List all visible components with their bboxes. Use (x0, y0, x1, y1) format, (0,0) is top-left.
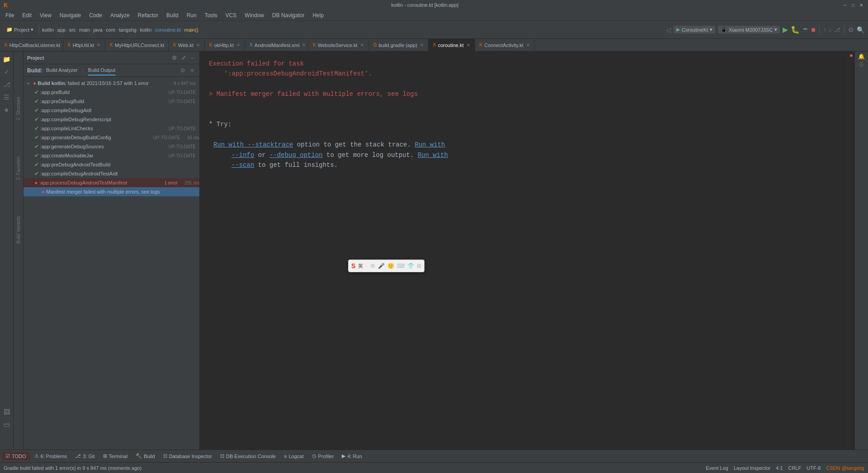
run-configuration[interactable]: ▶ CoroutineKt ▾ (674, 26, 715, 33)
breadcrumb-kotlinpkg[interactable]: kotlin (140, 27, 152, 33)
tree-predebugbuild[interactable]: ✔ :app:preDebugBuild UP-TO-DATE (24, 97, 199, 106)
menu-tools[interactable]: Tools (201, 11, 221, 19)
tree-manifest-error[interactable]: ● Manifest merger failed with multiple e… (24, 187, 199, 196)
menu-view[interactable]: View (36, 11, 55, 19)
tool-todo[interactable]: ☑ TODO (2, 452, 30, 460)
tab-httputil[interactable]: K HttpUtil.kt ✕ (63, 39, 105, 52)
menu-refactor[interactable]: Refactor (134, 11, 162, 19)
git-pull-icon[interactable]: ↓ (829, 27, 831, 33)
tree-generatedebugsources[interactable]: ✔ :app:generateDebugSources UP-TO-DATE (24, 142, 199, 151)
structure-label[interactable]: 2: Structure (16, 97, 21, 120)
tree-prebuild[interactable]: ✔ :app:preBuild UP-TO-DATE (24, 88, 199, 97)
tab-myhttpurl[interactable]: K MyHttpURLConnect.kt ✕ (105, 39, 169, 52)
menu-navigate[interactable]: Navigate (56, 11, 85, 19)
close-buildgradle[interactable]: ✕ (420, 43, 424, 47)
link-run-scan[interactable]: Run with (418, 151, 448, 159)
project-selector[interactable]: 📁 Project ▾ (4, 25, 36, 34)
breadcrumb-com[interactable]: com (106, 27, 115, 33)
git-push-icon[interactable]: ↑ (823, 27, 826, 33)
close-okhttp[interactable]: ✕ (236, 43, 240, 47)
close-connectactivity[interactable]: ✕ (526, 43, 530, 47)
panel-gear-icon[interactable]: ⚙ (170, 54, 178, 61)
ime-keyboard-icon[interactable]: ⌨ (397, 263, 405, 269)
vcs-icon[interactable]: ⎇ (834, 27, 840, 33)
run-button[interactable]: ▶ (783, 25, 788, 34)
menu-window[interactable]: Window (241, 11, 268, 19)
ime-lang[interactable]: 英 (358, 263, 363, 270)
tool-logcat[interactable]: ≡ Logcat (280, 452, 307, 460)
gradle-icon-rt[interactable]: G (859, 61, 863, 68)
sidebar-structure-icon[interactable]: ☰ (1, 91, 13, 103)
menu-db-navigator[interactable]: DB Navigator (269, 11, 308, 19)
sidebar-commit-icon[interactable]: ✓ (1, 66, 13, 78)
breadcrumb-method[interactable]: main() (184, 27, 198, 33)
tab-buildgradle[interactable]: G build.gradle (app) ✕ (369, 39, 429, 52)
stop-button[interactable]: ■ (811, 26, 816, 34)
build-variants-label[interactable]: Build Variants (16, 216, 21, 244)
tool-problems[interactable]: ⚠ 6: Problems (31, 452, 71, 460)
tree-compiledebugrender[interactable]: ✔ :app:compileDebugRenderscript (24, 115, 199, 124)
panel-close-icon[interactable]: ─ (189, 54, 196, 61)
build-settings-icon[interactable]: ⚙ (179, 67, 187, 74)
tab-connectactivity[interactable]: K ConnectActivity.kt ✕ (475, 39, 535, 52)
status-layout-inspector[interactable]: Layout Inspector (734, 465, 770, 471)
close-httputil[interactable]: ✕ (97, 43, 100, 47)
sidebar-bookmarks-icon[interactable]: ★ (1, 104, 13, 116)
ime-settings-icon[interactable]: ⚙ (370, 263, 375, 269)
menu-analyze[interactable]: Analyze (107, 11, 133, 19)
breadcrumb-app[interactable]: app (57, 27, 66, 33)
sidebar-git-icon[interactable]: ⎇ (1, 79, 13, 90)
maximize-button[interactable]: □ (850, 2, 856, 8)
settings-icon[interactable]: ⚙ (848, 26, 854, 33)
tree-compilelintchecks[interactable]: ✔ :app:compileLintChecks UP-TO-DATE (24, 124, 199, 133)
link-debug[interactable]: --debug option (269, 151, 323, 159)
search-icon[interactable]: 🔍 (857, 26, 864, 33)
run-coverage-btn[interactable]: ☂ (802, 26, 808, 33)
sidebar-resource-manager-icon[interactable]: 🖼 (1, 406, 13, 418)
tab-httpcallback[interactable]: K HttpCallbackListener.kt ✕ (0, 39, 63, 52)
sidebar-project-icon[interactable]: 📁 (1, 53, 13, 65)
tab-okhttp[interactable]: K okHttp.kt ✕ (205, 39, 245, 52)
tool-database-inspector[interactable]: ⊡ Database Inspector (160, 452, 216, 460)
menu-edit[interactable]: Edit (19, 11, 35, 19)
menu-build[interactable]: Build (163, 11, 182, 19)
breadcrumb-src[interactable]: src (69, 27, 76, 33)
tab-coroutine[interactable]: K coroutine.kt ✕ (429, 39, 475, 52)
tab-androidmanifest[interactable]: X AndroidManifest.xml ✕ (245, 39, 308, 52)
tab-build-output[interactable]: Build Output (88, 66, 116, 76)
menu-vcs[interactable]: VCS (222, 11, 241, 19)
close-coroutine[interactable]: ✕ (467, 43, 470, 47)
notifications-icon[interactable]: 🔔 (858, 53, 865, 60)
device-selector[interactable]: 📱 Xiaomi M2007J3SC ▾ (718, 26, 780, 33)
build-close-icon[interactable]: ✕ (189, 67, 196, 74)
tree-processdebugmanifest[interactable]: ● :app:processDebugAndroidTestManifest 1… (24, 178, 199, 187)
tab-build-analyzer[interactable]: Build Analyzer (46, 66, 78, 76)
close-manifest[interactable]: ✕ (302, 43, 306, 47)
menu-help[interactable]: Help (309, 11, 327, 19)
link-info[interactable]: --info (231, 151, 254, 159)
breadcrumb-kotlin[interactable]: kotlin (42, 27, 54, 33)
panel-expand-icon[interactable]: ⤢ (180, 54, 187, 61)
breadcrumb-java[interactable]: java (94, 27, 103, 33)
build-root-item[interactable]: ▾ ● Build kotlin: failed at 2021/10/16 3… (24, 79, 199, 88)
debug-button[interactable]: 🐛 (791, 25, 800, 34)
breadcrumb-tangshg[interactable]: tangshg (119, 27, 137, 33)
breadcrumb-main[interactable]: main (79, 27, 90, 33)
tree-generatedebugbuildconfig[interactable]: ✔ :app:generateDebugBuildConfig UP-TO-DA… (24, 133, 199, 142)
status-position[interactable]: 4:1 (776, 465, 783, 471)
breadcrumb-file[interactable]: coroutine.kt (155, 27, 181, 33)
status-line-sep[interactable]: CRLF (788, 465, 802, 471)
close-button[interactable]: ✕ (858, 2, 864, 8)
close-web[interactable]: ✕ (196, 43, 200, 47)
back-icon[interactable]: ◁ (666, 26, 671, 33)
menu-code[interactable]: Code (85, 11, 106, 19)
tool-run[interactable]: ▶ 4: Run (338, 452, 365, 460)
close-websiteservice[interactable]: ✕ (360, 43, 364, 47)
tree-compiledebugandroidaidl[interactable]: ✔ :app:compileDebugAndroidTestAidl (24, 169, 199, 178)
favorites-label[interactable]: 2: Favorites (16, 156, 21, 180)
tab-websiteservice[interactable]: K WebsiteService.kt ✕ (308, 39, 369, 52)
status-encoding[interactable]: UTF-8 (807, 465, 821, 471)
link-run-info[interactable]: Run with (415, 141, 445, 148)
tool-terminal[interactable]: ⊞ Terminal (99, 452, 132, 460)
sidebar-db-browser-icon[interactable]: 🗃 (1, 419, 13, 430)
